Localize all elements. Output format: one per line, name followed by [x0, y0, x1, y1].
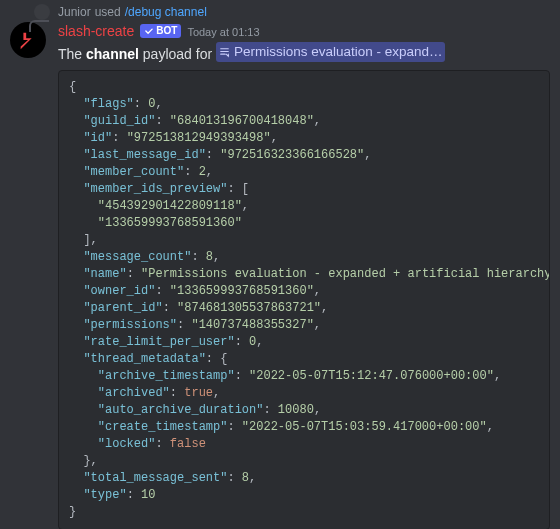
body-prefix: The	[58, 46, 86, 62]
interaction-context[interactable]: Junior used /debug channel	[58, 4, 550, 20]
invoker-username: Junior	[58, 4, 91, 20]
message-container: Junior used /debug channel slash-create …	[0, 0, 560, 529]
invoker-avatar[interactable]	[34, 4, 50, 20]
avatar-column	[10, 4, 50, 529]
message-body: The channel payload for Permissions eval…	[58, 42, 550, 64]
command-name[interactable]: /debug channel	[125, 4, 207, 20]
code-block[interactable]: { "flags": 0, "guild_id": "6840131967004…	[58, 70, 550, 530]
bot-badge-text: BOT	[156, 24, 177, 38]
bot-badge: BOT	[140, 24, 181, 38]
verified-check-icon	[144, 26, 154, 36]
body-bold: channel	[86, 46, 139, 62]
timestamp: Today at 01:13	[187, 23, 259, 41]
reply-spine	[29, 20, 49, 32]
message-content: Junior used /debug channel slash-create …	[58, 4, 550, 529]
channel-mention-text: Permissions evaluation - expand…	[234, 42, 443, 62]
slash-create-logo	[17, 29, 39, 51]
message-header: slash-create BOT Today at 01:13	[58, 22, 550, 41]
author-name[interactable]: slash-create	[58, 22, 134, 40]
thread-icon	[218, 46, 231, 59]
channel-mention[interactable]: Permissions evaluation - expand…	[216, 42, 445, 62]
body-mid: payload for	[139, 46, 216, 62]
used-label: used	[95, 4, 121, 20]
